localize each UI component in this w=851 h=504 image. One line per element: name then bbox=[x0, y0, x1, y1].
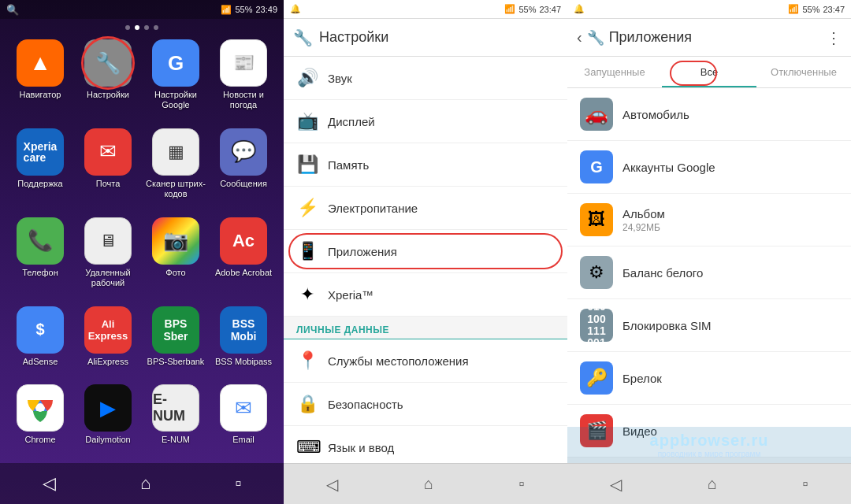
apps-header-icon: 🔧 bbox=[587, 29, 604, 46]
settings-item-display[interactable]: 📺 Дисплей bbox=[284, 100, 567, 143]
album-name: Альбом bbox=[622, 207, 665, 220]
app-dailymotion[interactable]: ▶ Dailymotion bbox=[77, 384, 139, 457]
wb-icon-symbol: ⚙ bbox=[589, 262, 604, 283]
google-icon: G bbox=[590, 158, 603, 176]
more-options-button[interactable]: ⋮ bbox=[826, 28, 842, 47]
settings-item-sound[interactable]: 🔊 Звук bbox=[284, 57, 567, 100]
status-left-settings: 🔔 bbox=[290, 4, 301, 14]
app-list-item-keyfob[interactable]: 🔑 Брелок bbox=[567, 352, 851, 405]
app-bss[interactable]: BSSMobi BSS Mobipass bbox=[213, 306, 274, 379]
album-size: 24,92МБ bbox=[622, 222, 665, 233]
bottom-nav-settings: ◁ ⌂ ▫ bbox=[284, 463, 567, 504]
tab-disabled[interactable]: Отключенные bbox=[756, 57, 851, 87]
app-news[interactable]: 📰 Новости и погода bbox=[213, 39, 274, 122]
settings-item-security-label: Безопасность bbox=[328, 398, 403, 411]
app-email[interactable]: ✉ Email bbox=[213, 384, 274, 457]
apps-panel: 🔔 📶 55% 23:47 ‹ 🔧 Приложения ⋮ Запущенны… bbox=[567, 0, 851, 504]
dot-3 bbox=[144, 25, 149, 30]
apps-tabs: Запущенные Все Отключенные bbox=[567, 57, 851, 88]
bottom-nav-apps: ◁ ⌂ ▫ bbox=[567, 463, 851, 504]
settings-item-apps[interactable]: 📱 Приложения bbox=[284, 230, 567, 273]
app-settings[interactable]: 🔧 Настройки bbox=[77, 39, 139, 122]
app-list-item-auto[interactable]: 🚗 Автомобиль bbox=[567, 88, 851, 141]
app-enum-label: E-NUM bbox=[162, 435, 190, 445]
settings-item-language-label: Язык и ввод bbox=[328, 441, 394, 454]
video-info: Видео bbox=[622, 424, 657, 438]
app-navigator[interactable]: ▲ Навигатор bbox=[9, 39, 71, 122]
app-photo[interactable]: 📷 Фото bbox=[145, 217, 206, 300]
app-support[interactable]: Xperiacare Поддержка bbox=[9, 128, 71, 211]
white-balance-info: Баланс белого bbox=[622, 266, 703, 280]
personal-data-section: ЛИЧНЫЕ ДАННЫЕ bbox=[284, 317, 567, 339]
settings-item-xperia[interactable]: ✦ Xperia™ bbox=[284, 273, 567, 317]
tab-running[interactable]: Запущенные bbox=[567, 57, 662, 87]
app-mail[interactable]: ✉ Почта bbox=[77, 128, 139, 211]
app-scanner[interactable]: ▦ Сканер штрих-кодов bbox=[145, 128, 206, 211]
recent-button-home[interactable]: ▫ bbox=[236, 473, 242, 494]
memory-icon: 💾 bbox=[296, 154, 318, 175]
auto-app-name: Автомобиль bbox=[622, 108, 689, 121]
home-button-apps[interactable]: ⌂ bbox=[708, 475, 717, 493]
status-bar-left: 🔍 bbox=[6, 4, 19, 16]
app-phone[interactable]: 📞 Телефон bbox=[9, 217, 71, 300]
app-list-item-video[interactable]: 🎬 Видео bbox=[567, 405, 851, 458]
app-enum[interactable]: E-NUM E-NUM bbox=[145, 384, 206, 457]
app-adsense[interactable]: $ AdSense bbox=[9, 306, 71, 379]
app-remote[interactable]: 🖥 Удаленный рабочий bbox=[77, 217, 139, 300]
clock-apps: 23:47 bbox=[823, 5, 845, 14]
settings-item-location[interactable]: 📍 Службы местоположения bbox=[284, 339, 567, 383]
white-balance-icon: ⚙ bbox=[580, 256, 613, 289]
keyfob-icon: 🔑 bbox=[580, 361, 613, 395]
tab-all[interactable]: Все bbox=[662, 57, 756, 87]
app-list-item-google-accounts[interactable]: G Аккаунты Google bbox=[567, 141, 851, 194]
phone-icon: 📞 bbox=[28, 228, 53, 253]
app-list-item-album[interactable]: 🖼 Альбом 24,92МБ bbox=[567, 194, 851, 246]
back-icon-apps[interactable]: ‹ bbox=[577, 28, 582, 46]
settings-item-memory[interactable]: 💾 Память bbox=[284, 143, 567, 187]
settings-icon: 🔧 bbox=[95, 51, 121, 76]
photo-icon: 📷 bbox=[163, 228, 188, 253]
bps-icon: BPSSber bbox=[163, 317, 188, 343]
settings-header-icon: 🔧 bbox=[293, 28, 313, 47]
settings-item-apps-label: Приложения bbox=[328, 245, 397, 258]
app-list-item-sim-lock[interactable]: 010100111001 Блокировка SIM bbox=[567, 299, 851, 352]
app-google-settings[interactable]: G Настройки Google bbox=[145, 39, 206, 122]
settings-item-power-label: Электропитание bbox=[328, 202, 418, 215]
app-chrome-label: Chrome bbox=[24, 435, 55, 445]
app-messages[interactable]: 💬 Сообщения bbox=[213, 128, 274, 211]
messages-icon: 💬 bbox=[231, 139, 256, 164]
app-dailymotion-label: Dailymotion bbox=[85, 435, 130, 445]
app-adobe[interactable]: Ac Adobe Acrobat bbox=[213, 217, 274, 300]
scanner-icon: ▦ bbox=[168, 142, 184, 162]
settings-item-location-label: Службы местоположения bbox=[328, 354, 469, 368]
settings-item-security[interactable]: 🔒 Безопасность bbox=[284, 383, 567, 426]
app-adobe-label: Adobe Acrobat bbox=[215, 268, 272, 278]
recent-button-settings[interactable]: ▫ bbox=[519, 475, 525, 493]
app-phone-label: Телефон bbox=[22, 268, 58, 278]
app-messages-label: Сообщения bbox=[220, 179, 267, 189]
news-icon: 📰 bbox=[233, 53, 255, 73]
app-list-item-white-balance[interactable]: ⚙ Баланс белого bbox=[567, 246, 851, 299]
dot-4 bbox=[154, 25, 158, 30]
sim-lock-info: Блокировка SIM bbox=[622, 319, 712, 332]
settings-panel: 🔔 📶 55% 23:47 🔧 Настройки 🔊 Звук 📺 Диспл… bbox=[284, 0, 567, 504]
page-dots bbox=[0, 19, 284, 33]
settings-item-language[interactable]: ⌨ Язык и ввод bbox=[284, 426, 567, 463]
home-button-settings[interactable]: ⌂ bbox=[424, 475, 433, 493]
white-balance-name: Баланс белого bbox=[622, 266, 703, 280]
auto-app-info: Автомобиль bbox=[622, 108, 689, 121]
back-button-home[interactable]: ◁ bbox=[43, 473, 56, 494]
back-button-apps[interactable]: ◁ bbox=[610, 475, 622, 494]
app-chrome[interactable]: Chrome bbox=[9, 384, 71, 457]
status-right-apps: 📶 55% 23:47 bbox=[788, 4, 845, 14]
back-button-settings[interactable]: ◁ bbox=[326, 475, 338, 494]
aliexpress-icon: AliExpress bbox=[88, 318, 128, 342]
app-bps[interactable]: BPSSber BPS-Sberbank bbox=[145, 306, 206, 379]
app-aliexpress[interactable]: AliExpress AliExpress bbox=[77, 306, 139, 379]
dot-2 bbox=[135, 25, 139, 30]
home-button-home[interactable]: ⌂ bbox=[140, 473, 151, 494]
google-accounts-name: Аккаунты Google bbox=[622, 161, 715, 174]
settings-item-power[interactable]: ⚡ Электропитание bbox=[284, 187, 567, 230]
apps-header-left: ‹ 🔧 Приложения bbox=[577, 28, 692, 46]
recent-button-apps[interactable]: ▫ bbox=[803, 475, 808, 493]
